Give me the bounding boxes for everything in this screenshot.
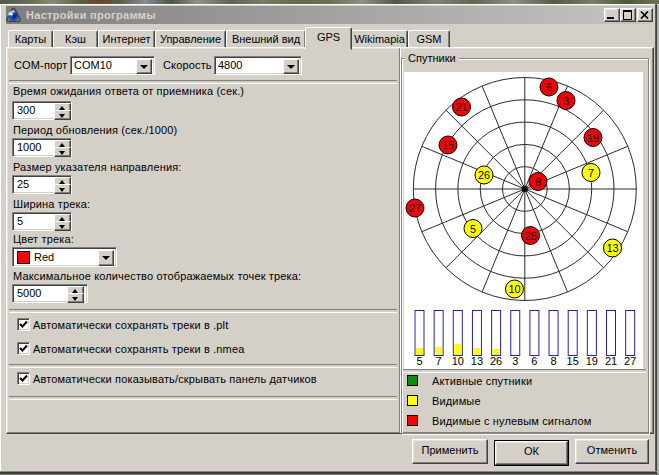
svg-text:21: 21 bbox=[605, 355, 617, 367]
svg-text:3: 3 bbox=[512, 355, 518, 367]
svg-text:13: 13 bbox=[471, 355, 483, 367]
svg-text:5: 5 bbox=[416, 355, 422, 367]
svg-text:13: 13 bbox=[606, 242, 618, 254]
svg-text:6: 6 bbox=[531, 355, 537, 367]
svg-text:19: 19 bbox=[586, 355, 598, 367]
svg-text:26: 26 bbox=[478, 169, 490, 181]
svg-text:10: 10 bbox=[452, 355, 464, 367]
svg-text:27: 27 bbox=[624, 355, 636, 367]
svg-text:15: 15 bbox=[567, 355, 579, 367]
svg-text:21: 21 bbox=[455, 101, 467, 113]
svg-text:7: 7 bbox=[436, 355, 442, 367]
svg-text:7: 7 bbox=[588, 167, 594, 179]
svg-text:8: 8 bbox=[535, 176, 541, 188]
svg-text:27: 27 bbox=[409, 202, 421, 214]
svg-text:8: 8 bbox=[550, 355, 556, 367]
svg-text:5: 5 bbox=[470, 223, 476, 235]
svg-text:10: 10 bbox=[508, 283, 520, 295]
svg-text:3: 3 bbox=[563, 95, 569, 107]
svg-text:15: 15 bbox=[442, 139, 454, 151]
svg-text:26: 26 bbox=[490, 355, 502, 367]
svg-text:28: 28 bbox=[524, 230, 536, 242]
svg-text:6: 6 bbox=[546, 81, 552, 93]
svg-text:19: 19 bbox=[587, 132, 599, 144]
